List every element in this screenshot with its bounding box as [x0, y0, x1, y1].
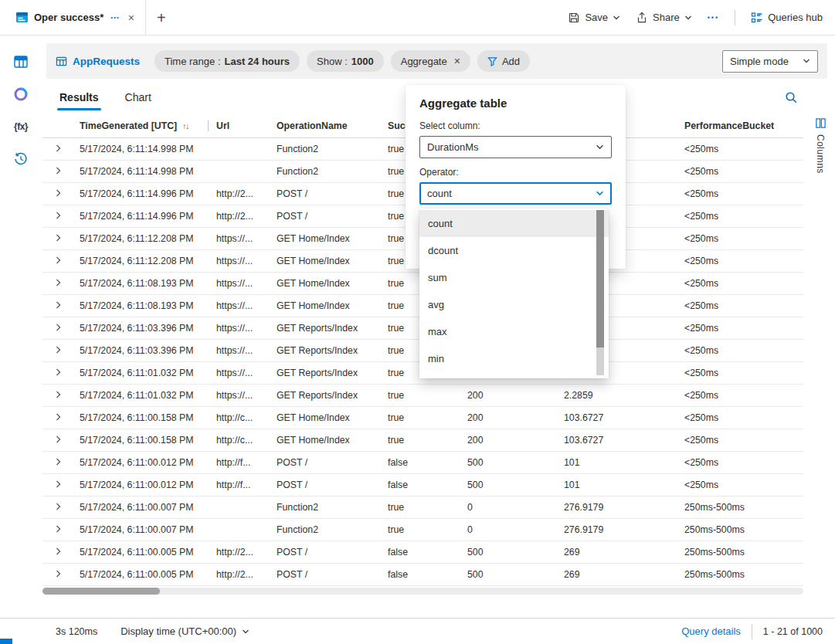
functions-pane-button[interactable]: {fx} [11, 117, 31, 136]
aggregate-chip[interactable]: Aggregate × [391, 50, 470, 72]
show-chip[interactable]: Show : 1000 [307, 50, 384, 72]
column-select[interactable]: DurationMs [419, 136, 612, 158]
row-expander[interactable] [42, 384, 72, 406]
operator-select[interactable]: count [419, 182, 612, 205]
table-row[interactable]: 5/17/2024, 6:11:00.005 PMhttp://2...POST… [42, 541, 803, 563]
row-expander[interactable] [42, 429, 72, 451]
table-row[interactable]: 5/17/2024, 6:11:00.005 PMhttp://2...POST… [42, 563, 803, 585]
row-expander[interactable] [42, 294, 72, 317]
row-expand-chevron-icon [55, 234, 63, 242]
column-header-url[interactable]: Url [209, 114, 269, 137]
table-row[interactable]: 5/17/2024, 6:11:00.158 PMhttp://c...GET … [42, 429, 803, 451]
remove-aggregate-icon[interactable]: × [454, 56, 460, 66]
row-expander[interactable] [42, 160, 72, 182]
cell: <250ms [677, 137, 803, 160]
row-expander[interactable] [42, 205, 72, 227]
time-range-chip[interactable]: Time range : Last 24 hours [154, 50, 300, 72]
cell: 200 [460, 429, 556, 451]
document-tab[interactable]: Oper success* ••• × [6, 0, 146, 35]
operator-option[interactable]: max [419, 318, 609, 345]
share-button[interactable]: Share [636, 12, 692, 24]
table-row[interactable]: 5/17/2024, 6:11:01.032 PMhttps://...GET … [42, 384, 803, 406]
table-row[interactable]: 5/17/2024, 6:11:00.007 PMFunction2true02… [42, 518, 803, 541]
row-expand-chevron-icon [55, 189, 63, 197]
row-expander[interactable] [42, 406, 72, 429]
dropdown-scrollbar-thumb[interactable] [596, 210, 604, 347]
share-icon [636, 12, 648, 24]
column-header-timegenerated[interactable]: TimeGenerated [UTC]↑↓ [72, 114, 209, 137]
save-button[interactable]: Save [568, 12, 620, 24]
row-expander[interactable] [42, 182, 72, 205]
add-filter-chip[interactable]: Add [477, 50, 530, 72]
search-button[interactable] [785, 91, 798, 104]
row-expander[interactable] [42, 227, 72, 249]
table-name: AppRequests [73, 56, 140, 67]
horizontal-scrollbar-thumb[interactable] [42, 588, 160, 595]
cell: 5/17/2024, 6:11:14.998 PM [72, 137, 209, 160]
row-expander[interactable] [42, 272, 72, 294]
cell: Function2 [269, 518, 380, 541]
record-range: 1 - 21 of 1000 [763, 626, 823, 637]
tables-pane-button[interactable] [11, 53, 31, 71]
cell: 5/17/2024, 6:11:00.007 PM [72, 496, 209, 518]
cell: POST / [269, 205, 380, 227]
table-row[interactable]: 5/17/2024, 6:11:00.158 PMhttp://c...GET … [42, 406, 803, 429]
tab-results[interactable]: Results [58, 80, 100, 114]
row-expander[interactable] [42, 496, 72, 518]
mode-selector[interactable]: Simple mode [722, 50, 818, 73]
operator-option[interactable]: min [419, 345, 609, 372]
horizontal-scrollbar[interactable] [42, 588, 803, 595]
table-row[interactable]: 5/17/2024, 6:11:00.012 PMhttp://f...POST… [42, 473, 803, 496]
column-header-operationname[interactable]: OperationName [269, 114, 380, 137]
tab-chart[interactable]: Chart [124, 80, 153, 114]
sort-icon[interactable]: ↑↓ [182, 122, 188, 130]
cell: Function2 [269, 137, 380, 160]
row-expander[interactable] [42, 137, 72, 160]
cell: 5/17/2024, 6:11:00.012 PM [72, 473, 209, 496]
cell: GET Reports/Index [269, 361, 380, 384]
table-row[interactable]: 5/17/2024, 6:11:00.007 PMFunction2true02… [42, 496, 803, 518]
operator-option[interactable]: dcount [419, 237, 609, 264]
display-time-selector[interactable]: Display time (UTC+00:00) [120, 625, 249, 637]
row-expander[interactable] [42, 518, 72, 541]
cell: <250ms [677, 451, 803, 473]
cell: 103.6727 [556, 406, 677, 429]
row-expander[interactable] [42, 541, 72, 563]
operator-label: Operator: [419, 167, 612, 178]
queries-hub-button[interactable]: Queries hub [751, 12, 823, 24]
operator-option[interactable]: avg [419, 291, 609, 318]
table-selector[interactable]: AppRequests [56, 56, 140, 67]
row-expander[interactable] [42, 317, 72, 339]
cell: true [380, 518, 460, 541]
cell: 5/17/2024, 6:11:08.193 PM [72, 294, 209, 317]
cell: 5/17/2024, 6:11:01.032 PM [72, 361, 209, 384]
more-options-button[interactable]: ••• [708, 14, 719, 22]
cell: 5/17/2024, 6:11:12.208 PM [72, 227, 209, 249]
dropdown-scrollbar[interactable] [596, 210, 604, 375]
left-rail: {fx} [0, 36, 42, 617]
row-expander[interactable] [42, 339, 72, 361]
row-expander[interactable] [42, 451, 72, 473]
row-expand-chevron-icon [55, 525, 63, 533]
table-row[interactable]: 5/17/2024, 6:11:00.012 PMhttp://f...POST… [42, 451, 803, 473]
columns-panel-tab[interactable]: Columns [809, 117, 832, 174]
queries-hub-icon [751, 12, 763, 24]
query-details-link[interactable]: Query details [681, 625, 741, 637]
chevron-down-icon [684, 14, 692, 22]
visualizations-pane-button[interactable] [11, 85, 31, 103]
operator-option[interactable]: sum [419, 264, 609, 291]
row-expander[interactable] [42, 249, 72, 272]
row-expander[interactable] [42, 361, 72, 384]
tab-more-icon[interactable]: ••• [109, 14, 120, 21]
query-history-button[interactable] [11, 150, 31, 168]
row-expander[interactable] [42, 473, 72, 496]
chevron-down-icon [596, 189, 604, 198]
new-tab-button[interactable]: + [157, 10, 166, 25]
row-expander[interactable] [42, 563, 72, 585]
cell: GET Home/Index [269, 227, 380, 249]
tab-close-icon[interactable]: × [127, 12, 136, 23]
column-label: Url [216, 120, 229, 131]
operator-option[interactable]: count [419, 210, 609, 237]
top-bar: Oper success* ••• × + Save Share [0, 0, 835, 36]
column-header-performancebucket[interactable]: PerformanceBucket [677, 114, 803, 137]
